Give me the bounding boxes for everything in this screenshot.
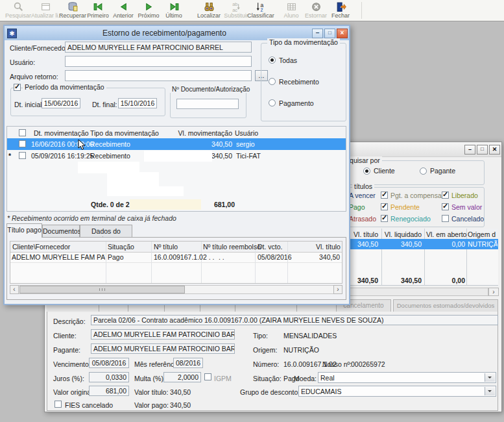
arquivo-retorno-field[interactable] [65, 70, 252, 81]
cell-tipo: Recebimento [90, 152, 130, 160]
estorno-dialog: ✱ Estorno de recebimento/pagamento – □ ×… [0, 0, 504, 422]
svg-text:✱: ✱ [9, 30, 14, 37]
cell-usuario: sergio [236, 140, 255, 148]
scroll-thumb[interactable] [19, 286, 185, 293]
row-checkbox[interactable] [19, 140, 26, 147]
radio-pagamento-label: Pagamento [279, 99, 314, 107]
documento-caption: Nº Documento/Autorização [170, 86, 252, 93]
highlight-strip [130, 199, 201, 210]
radio-todas-label: Todas [279, 56, 297, 64]
tab-dados-estorno[interactable]: Dados do estorno [80, 225, 132, 238]
tab-documentos[interactable]: Documentos [42, 225, 80, 238]
periodo-checkbox[interactable] [14, 84, 21, 91]
scroll-left-button[interactable]: ‹ [10, 285, 19, 294]
qtde-total: Qtde. 0 de 2 [91, 201, 130, 208]
tab-titulo-pago[interactable]: Título pago [6, 223, 42, 238]
cell-reembolso: . . [219, 253, 224, 261]
redacted-area [107, 172, 159, 186]
radio-todas[interactable] [269, 56, 276, 64]
footnote: * Recebimento ocorrido em terminal de ca… [7, 214, 176, 222]
redacted-area [144, 151, 212, 162]
dialog-title: Estorno de recebimento/pagamento [17, 29, 312, 38]
header-usuario: Usuário [235, 129, 258, 137]
header-no-titulo-reembolso: Nº título reembolso [203, 243, 261, 251]
cell-dt-vcto: 05/08/2016 [258, 253, 292, 261]
cell-tipo: Recebimento [90, 140, 130, 148]
header-no-titulo: Nº título [154, 243, 178, 251]
dt-inicial-label: Dt. inicial: [14, 101, 44, 108]
cliente-fornecedor-label: Cliente/Fornecedor: [10, 44, 69, 52]
cell-date: 05/09/2016 16:19:25 [31, 152, 93, 160]
scroll-right-button[interactable]: › [333, 285, 342, 294]
header-cliente-fornecedor: Cliente\Fornecedor [12, 243, 70, 251]
header-situacao: Situação [108, 243, 134, 251]
radio-recebimento-label: Recebimento [279, 78, 319, 86]
header-vl-movimentacao: Vl. movimentação [176, 129, 232, 137]
cell-vl-titulo: 340,50 [319, 253, 341, 261]
application-screen: Pesquisar Atualizar li... Recuperar Prim… [0, 0, 504, 422]
cell-mark: * [8, 152, 11, 160]
cliente-fornecedor-field[interactable]: ADELMO MURYELLE FAM PATROCINIO BARREL [65, 42, 252, 53]
dt-inicial-field[interactable]: 15/06/2016 [42, 98, 80, 108]
select-all-checkbox[interactable] [19, 129, 26, 136]
cell-valor: 340,50 [176, 140, 232, 148]
maximize-button[interactable]: □ [324, 29, 335, 38]
header-tipo-movimentacao: Tipo da movimentação [90, 129, 159, 137]
radio-pagamento[interactable] [269, 99, 276, 106]
periodo-caption: Período da movimentação [23, 83, 106, 91]
sum-total: 681,00 [195, 201, 235, 208]
usuario-field[interactable] [65, 56, 252, 67]
redacted-area [107, 186, 184, 196]
arquivo-retorno-label: Arquivo retorno: [10, 73, 58, 81]
dt-final-label: Dt. final: [92, 101, 117, 108]
app-icon: ✱ [7, 29, 17, 38]
documento-field[interactable] [176, 99, 239, 109]
cell-situacao: Pago [108, 253, 124, 261]
titulo-pago-row[interactable]: ADELMO MURYELLE FAM PATROCINIO BARREL Pa… [10, 252, 342, 263]
cell-usuario: Tici-FAT [236, 152, 261, 160]
cell-cliente: ADELMO MURYELLE FAM PATROCINIO BARREL [12, 253, 105, 261]
header-vl-titulo: Vl. título [316, 243, 341, 251]
header-dt-vcto: Dt. vcto. [258, 243, 283, 251]
tipo-movimentacao-caption: Tipo da movimentação [267, 38, 340, 46]
radio-recebimento[interactable] [269, 78, 276, 85]
cell-numero: 16.0.009167.1.02 . . [154, 253, 214, 261]
header-dt-movimentacao: Dt. movimentação [34, 129, 89, 137]
usuario-label: Usuário: [10, 58, 35, 66]
row-checkbox[interactable] [19, 152, 26, 159]
dt-final-field[interactable]: 15/10/2016 [118, 98, 157, 108]
mouse-cursor [78, 139, 86, 153]
movement-row-selected[interactable]: 16/06/2016 00:00:00 Recebimento 340,50 s… [7, 138, 346, 150]
close-button[interactable]: × [337, 29, 348, 38]
minimize-button[interactable]: – [312, 29, 323, 38]
